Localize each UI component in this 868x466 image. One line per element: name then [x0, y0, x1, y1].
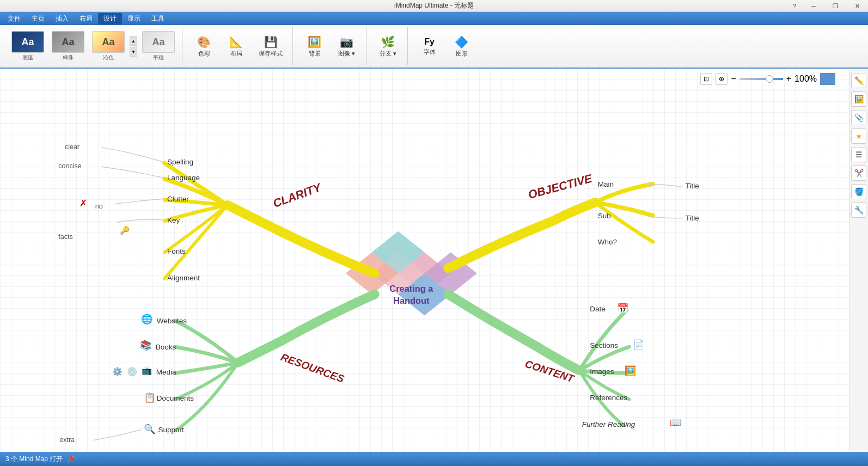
- theme-1[interactable]: Aa 底蕴: [9, 30, 47, 63]
- node-websites[interactable]: Websites: [157, 317, 187, 325]
- menu-layout[interactable]: 布局: [74, 13, 98, 24]
- theme-2[interactable]: Aa 样珠: [49, 30, 87, 63]
- content-trunk: [448, 295, 579, 371]
- menu-tools[interactable]: 工具: [146, 13, 170, 24]
- node-clear[interactable]: clear: [65, 143, 80, 151]
- shape-btn[interactable]: 🔷 图形: [447, 33, 476, 60]
- theme-scroll-down[interactable]: ▼: [130, 47, 137, 57]
- media-icon-1: ⚙️: [112, 366, 123, 377]
- node-documents[interactable]: Documents: [157, 394, 194, 402]
- shape-label: 图形: [456, 50, 468, 58]
- star-btn[interactable]: ★: [851, 128, 866, 144]
- branch-btn[interactable]: 🌿 分支 ▾: [373, 33, 403, 60]
- restore-button[interactable]: ❐: [824, 0, 846, 12]
- save-style-icon: 💾: [264, 35, 278, 48]
- node-facts[interactable]: facts: [58, 233, 72, 241]
- theme-4[interactable]: Aa 平稳: [139, 30, 178, 63]
- list-btn[interactable]: ☰: [851, 147, 866, 162]
- zoom-slider-thumb[interactable]: [766, 75, 773, 83]
- help-button[interactable]: ?: [786, 0, 803, 12]
- node-fonts[interactable]: Fonts: [167, 247, 186, 255]
- node-language[interactable]: Language: [167, 174, 200, 182]
- node-images[interactable]: Images: [590, 367, 614, 376]
- node-spelling[interactable]: Spelling: [167, 158, 193, 166]
- fit-screen-btn[interactable]: ⊡: [700, 73, 712, 85]
- zoom-slider[interactable]: [739, 78, 783, 80]
- media-icon-3: 📺: [142, 365, 152, 376]
- node-sub[interactable]: Sub: [598, 212, 611, 220]
- bucket-btn[interactable]: 🪣: [851, 184, 866, 199]
- media-icon-2: 💿: [127, 366, 138, 377]
- node-sections[interactable]: Sections: [590, 341, 618, 350]
- content-date-branch: [579, 310, 627, 371]
- canvas-controls: ⊡ ⊕ − + 100%: [700, 73, 835, 85]
- color-btn[interactable]: 🎨 色彩: [189, 33, 219, 60]
- bg-btn[interactable]: 🖼️ 背景: [299, 33, 329, 60]
- minimize-button[interactable]: ─: [803, 0, 824, 12]
- canvas-area[interactable]: ⊡ ⊕ − + 100% Creating a Handout: [0, 69, 868, 452]
- center-text-1: Creating a: [389, 284, 433, 293]
- attach-btn[interactable]: 📎: [851, 110, 866, 125]
- save-style-btn[interactable]: 💾 保存样式: [253, 33, 288, 60]
- node-key[interactable]: Key: [167, 216, 180, 224]
- menu-file[interactable]: 文件: [2, 13, 26, 24]
- node-no[interactable]: no: [95, 203, 103, 210]
- pin-icon: 📌: [67, 455, 75, 463]
- mindmap-canvas[interactable]: Creating a Handout CLARITY Spelling Lang…: [0, 69, 849, 452]
- no-x-icon: ✗: [80, 198, 87, 209]
- node-date[interactable]: Date: [590, 305, 606, 313]
- node-sub-title[interactable]: Title: [686, 214, 699, 222]
- node-main-title[interactable]: Title: [686, 182, 699, 190]
- font-label: 字体: [424, 48, 436, 56]
- image-btn[interactable]: 📷 图像 ▾: [332, 33, 362, 60]
- layout-label: 布局: [230, 50, 242, 58]
- ribbon: Aa 底蕴 Aa 样珠 Aa 沁色 ▲ ▼ Aa 平稳: [0, 25, 868, 69]
- menu-view[interactable]: 显示: [122, 13, 146, 24]
- scissors-btn[interactable]: ✂️: [851, 165, 866, 181]
- font-btn[interactable]: Fy 字体: [414, 35, 444, 58]
- clarity-trunk: [228, 205, 375, 273]
- sub-title-branch: [647, 217, 682, 218]
- zoom-label: 100%: [794, 74, 817, 84]
- theme-3[interactable]: Aa 沁色: [89, 30, 127, 63]
- zoom-minus[interactable]: −: [731, 74, 736, 84]
- menu-design[interactable]: 设计: [98, 13, 122, 24]
- image-panel-btn[interactable]: 🖼️: [851, 91, 866, 107]
- documents-icon: 📋: [144, 391, 156, 403]
- close-button[interactable]: ✕: [846, 0, 868, 12]
- key-icon: 🔑: [120, 225, 130, 235]
- branch-group: 🌿 分支 ▾: [369, 27, 408, 65]
- shape-icon: 🔷: [455, 35, 468, 48]
- books-icon: 📚: [140, 339, 152, 351]
- node-books[interactable]: Books: [156, 343, 176, 351]
- objective-label: OBJECTIVE: [527, 171, 594, 201]
- menu-home[interactable]: 主页: [26, 13, 50, 24]
- date-icon: 📅: [617, 302, 629, 314]
- clarity-label: CLARITY: [271, 181, 323, 210]
- zoom-plus[interactable]: +: [786, 74, 791, 84]
- node-alignment[interactable]: Alignment: [167, 274, 200, 282]
- node-clutter[interactable]: Clutter: [167, 195, 189, 203]
- layout-btn[interactable]: 📐 布局: [221, 33, 251, 60]
- edit-btn[interactable]: ✏️: [851, 73, 866, 88]
- theme-3-label: 沁色: [103, 54, 114, 62]
- node-who[interactable]: Who?: [598, 238, 617, 246]
- node-extra[interactable]: extra: [59, 436, 75, 444]
- no-branch: [115, 199, 164, 204]
- titlebar: iMindMap Ultimate - 无标题 ? ─ ❐ ✕: [0, 0, 868, 12]
- node-media[interactable]: Media: [156, 368, 176, 376]
- image-icon: 📷: [340, 35, 353, 48]
- center-btn[interactable]: ⊕: [716, 73, 728, 85]
- view-toggle-btn[interactable]: [820, 73, 835, 85]
- node-concise[interactable]: concise: [58, 162, 81, 170]
- node-further-reading[interactable]: Further Reading: [582, 420, 635, 428]
- theme-scroll-up[interactable]: ▲: [130, 36, 137, 46]
- node-references[interactable]: References: [590, 394, 627, 402]
- menu-insert[interactable]: 插入: [50, 13, 74, 24]
- theme-scroll[interactable]: ▲ ▼: [130, 36, 137, 57]
- save-style-label: 保存样式: [259, 50, 283, 58]
- settings-btn[interactable]: 🔧: [851, 203, 866, 218]
- resources-websites-branch: [175, 321, 238, 363]
- node-support[interactable]: Support: [158, 426, 185, 434]
- node-main[interactable]: Main: [598, 180, 614, 188]
